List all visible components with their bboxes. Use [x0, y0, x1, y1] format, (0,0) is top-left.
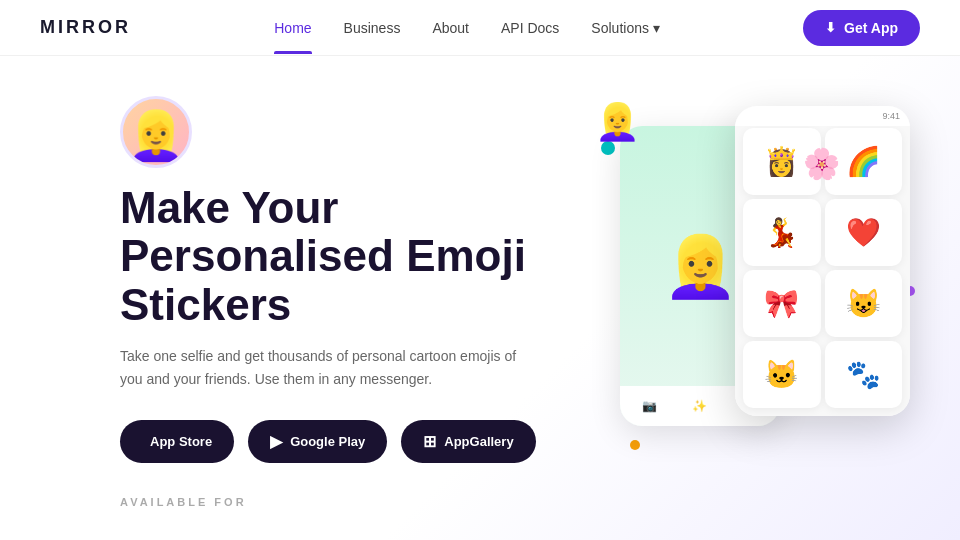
avatar-emoji: 👱‍♀️ [126, 112, 186, 160]
google-play-label: Google Play [290, 434, 365, 449]
nav-home[interactable]: Home [274, 2, 311, 54]
floating-emoji-1: 👱‍♀️ [595, 101, 640, 143]
floating-emoji-2: 🌸 [803, 146, 840, 181]
nav-business[interactable]: Business [344, 2, 401, 54]
nav-links: Home Business About API Docs Solutions ▾ [274, 2, 660, 54]
emoji-card-8: 🐾 [825, 341, 903, 408]
download-icon: ⬇ [825, 20, 836, 35]
hero-title: Make Your Personalised Emoji Stickers [120, 184, 540, 329]
play-icon: ▶ [270, 432, 282, 451]
nav-about[interactable]: About [432, 2, 469, 54]
brand-logo: MIRROR [40, 17, 131, 38]
store-buttons: App Store ▶ Google Play ⊞ AppGallery [120, 420, 540, 463]
avatar: 👱‍♀️ [120, 96, 192, 168]
emoji-card-7: 🐱 [743, 341, 821, 408]
gallery-icon: ⊞ [423, 432, 436, 451]
dot-teal [601, 141, 615, 155]
google-play-button[interactable]: ▶ Google Play [248, 420, 387, 463]
phone-status-bar: 9:41 [735, 106, 910, 126]
app-store-label: App Store [150, 434, 212, 449]
get-app-label: Get App [844, 20, 898, 36]
emoji-card-4: ❤️ [825, 199, 903, 266]
hero-section: 👱‍♀️ Make Your Personalised Emoji Sticke… [0, 56, 960, 540]
hero-subtitle: Take one selfie and get thousands of per… [120, 345, 540, 390]
navbar: MIRROR Home Business About API Docs Solu… [0, 0, 960, 56]
app-store-button[interactable]: App Store [120, 420, 234, 463]
app-gallery-button[interactable]: ⊞ AppGallery [401, 420, 535, 463]
emoji-card-6: 😺 [825, 270, 903, 337]
get-app-button[interactable]: ⬇ Get App [803, 10, 920, 46]
available-label: AVAILABLE FOR [120, 496, 247, 508]
hero-left: 👱‍♀️ Make Your Personalised Emoji Sticke… [120, 86, 540, 463]
emoji-card-5: 🎀 [743, 270, 821, 337]
nav-api-docs[interactable]: API Docs [501, 2, 559, 54]
app-gallery-label: AppGallery [444, 434, 513, 449]
hero-right: 👱‍♀️ 📷 ✨ 🎨 9:41 👸 🌈 💃 ❤️ 🎀 😺 🐱 [540, 86, 920, 540]
available-section: AVAILABLE FOR [120, 492, 247, 510]
dot-amber [630, 440, 640, 450]
nav-solutions[interactable]: Solutions ▾ [591, 2, 659, 54]
back-phone-avatar: 👱‍♀️ [663, 231, 738, 302]
emoji-card-3: 💃 [743, 199, 821, 266]
